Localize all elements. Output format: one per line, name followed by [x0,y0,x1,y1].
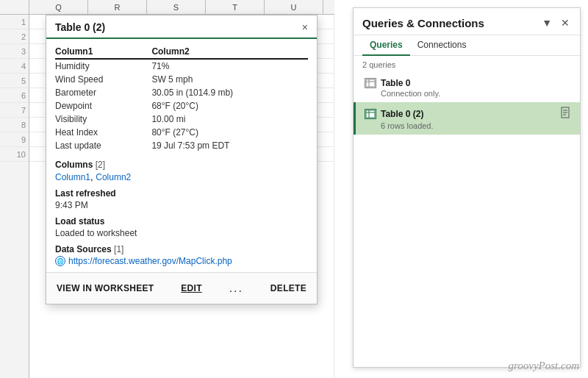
table-row: Barometer30.05 in (1014.9 mb) [55,86,308,99]
popup-footer: VIEW IN WORKSHEET EDIT ... DELETE [46,272,317,304]
tab-connections[interactable]: Connections [410,35,474,56]
query-table0-2-icon [365,109,376,119]
load-status-value: Loaded to worksheet [55,228,308,238]
data-source-row: 🌐 https://forecast.weather.gov/MapClick.… [55,256,308,266]
load-status-label: Load status [55,216,308,227]
globe-icon: 🌐 [55,256,65,266]
queries-connections-panel: Queries & Connections ▼ ✕ Queries Connec… [353,7,581,368]
row-numbers-col: 1 2 3 4 5 6 7 8 9 10 [0,15,29,378]
popup-body: Column1 Column2 Humidity71%Wind SpeedSW … [46,39,317,272]
popup-title-bar: Table 0 (2) × [46,15,317,39]
col-q-label: Q [55,3,62,12]
queries-header-icons: ▼ ✕ [540,15,571,30]
query-item-table0-2[interactable]: Table 0 (2) 6 rows loaded. [354,102,580,135]
popup-data-table: Column1 Column2 Humidity71%Wind SpeedSW … [55,45,308,152]
table-cell-2-1: 30.05 in (1014.9 mb) [151,86,308,99]
col-header-q: Q [29,0,88,14]
delete-button[interactable]: DELETE [269,280,308,296]
last-refreshed-value: 9:43 PM [55,200,308,210]
queries-collapse-icon[interactable]: ▼ [540,15,553,30]
query-item-table0-header: Table 0 [365,78,571,88]
popup-close-button[interactable]: × [302,22,308,32]
query-table0-name: Table 0 [381,78,410,88]
table-info-popup: Table 0 (2) × Column1 Column2 Humidity71… [46,15,318,304]
table-cell-0-0: Humidity [55,59,151,73]
table-row: Visibility10.00 mi [55,113,308,126]
data-sources-label: Data Sources [1] [55,244,308,254]
query-table0-2-name: Table 0 (2) [381,109,423,119]
table-cell-4-0: Visibility [55,113,151,126]
data-source-url[interactable]: https://forecast.weather.gov/MapClick.ph… [68,256,232,266]
query-item-table0[interactable]: Table 0 Connection only. [354,74,580,102]
queries-tabs: Queries Connections [354,35,580,56]
query-table0-2-sheet-icon [561,107,571,121]
query-table0-icon [365,78,376,88]
last-refreshed-label: Last refreshed [55,188,308,199]
table-cell-1-1: SW 5 mph [151,73,308,86]
col-header-u: U [265,0,323,14]
table-row: Last update19 Jul 7:53 pm EDT [55,139,308,152]
queries-panel-header: Queries & Connections ▼ ✕ [354,8,580,35]
more-options-button[interactable]: ... [228,279,245,298]
table-cell-5-0: Heat Index [55,126,151,139]
queries-count: 2 queries [354,56,580,74]
table-cell-1-0: Wind Speed [55,73,151,86]
table-row: Heat Index80°F (27°C) [55,126,308,139]
svg-rect-0 [366,79,375,87]
table-cell-3-1: 68°F (20°C) [151,99,308,113]
query-table0-sub: Connection only. [365,89,571,98]
column1-link[interactable]: Column1 [55,172,90,182]
table-cell-3-0: Dewpoint [55,99,151,113]
query-table0-2-sub: 6 rows loaded. [365,121,571,130]
column-headers: Q R S T U [0,0,334,15]
row-num-header [0,0,29,14]
table-row: Dewpoint68°F (20°C) [55,99,308,113]
column2-link[interactable]: Column2 [96,172,131,182]
col-header-t: T [206,0,265,14]
table-header-col2: Column2 [151,45,308,59]
table-cell-4-1: 10.00 mi [151,113,308,126]
col-header-r: R [88,0,147,14]
table-header-col1: Column1 [55,45,151,59]
query-item-table0-2-header: Table 0 (2) [365,107,571,121]
table-cell-2-0: Barometer [55,86,151,99]
table-row: Humidity71% [55,59,308,73]
tab-queries[interactable]: Queries [362,35,410,56]
columns-section-label: Columns [2] [55,160,308,170]
svg-rect-3 [366,110,375,118]
edit-button[interactable]: EDIT [179,280,204,296]
col-header-s: S [147,0,206,14]
queries-panel-title: Queries & Connections [362,17,484,29]
queries-close-icon[interactable]: ✕ [559,15,571,30]
view-in-worksheet-button[interactable]: VIEW IN WORKSHEET [55,280,155,296]
table-cell-0-1: 71% [151,59,308,73]
watermark: groovyPost.com [508,360,579,372]
table-cell-5-1: 80°F (27°C) [151,126,308,139]
table-row: Wind SpeedSW 5 mph [55,73,308,86]
table-cell-6-1: 19 Jul 7:53 pm EDT [151,139,308,152]
table-cell-6-0: Last update [55,139,151,152]
popup-title: Table 0 (2) [55,21,105,33]
columns-links: Column1, Column2 [55,171,308,182]
